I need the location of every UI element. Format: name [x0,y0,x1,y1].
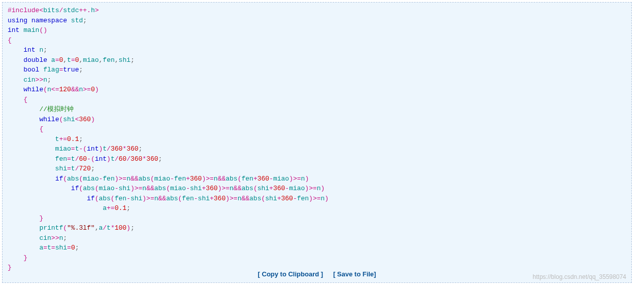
t: ) [126,224,131,232]
t: && [241,195,249,202]
copy-to-clipboard-link[interactable]: [ Copy to Clipboard ] [258,270,324,278]
t: 360 [206,185,217,192]
t: fen [297,195,309,202]
t: * [122,145,126,153]
t [8,96,23,103]
t: t [8,135,59,143]
t: t [47,244,51,252]
t: && [234,185,242,192]
t [27,17,31,24]
t: ; [79,135,83,143]
save-to-file-link[interactable]: [ Save to File] [333,270,376,278]
t: ; [139,145,143,153]
t: { [8,37,12,44]
t: >= [83,86,91,93]
t: #include [8,7,39,14]
t: && [158,195,167,202]
t: n [142,185,146,192]
t: ( [63,224,67,232]
t: 0 [71,244,75,252]
watermark-text: https://blog.csdn.net/qq_35598074 [533,273,626,280]
t: + [253,175,257,183]
t: ; [79,66,83,74]
t: int [8,26,19,34]
t: n [36,46,44,54]
t: 60 [79,155,87,163]
t [8,185,71,192]
t: 360 [214,195,226,202]
t: -( [79,145,87,153]
t [8,195,87,202]
t [8,86,23,93]
t: - [194,195,198,202]
t: abs [67,175,79,183]
t [8,66,23,74]
t: shi [265,195,277,202]
t: int [23,46,35,54]
t: abs [139,175,150,183]
t: main [19,26,39,34]
t: std [67,17,83,24]
t: 360 [126,145,138,153]
t [8,116,39,123]
t: double [23,56,47,64]
t: fen [8,155,67,163]
t: n [214,175,218,183]
t: miao [83,175,99,183]
t: = [43,244,47,252]
t: if [71,185,79,192]
t: miao [154,175,170,183]
t: ; [91,165,95,172]
t: shi [190,185,202,192]
t: += [107,204,115,212]
t: miao [83,56,99,64]
t: * [111,224,115,232]
code-block: #include<bits/stdc++.h> using namespace … [3,3,631,276]
t: shi [8,165,67,172]
t: ; [126,204,131,212]
t: - [269,175,273,183]
t: () [39,26,47,34]
t: >= [221,185,230,192]
t: } [23,254,27,262]
t: t [103,145,107,153]
t: "%.3lf" [67,224,95,232]
t: fen [241,175,253,183]
t: 0 [75,56,79,64]
t: > [95,7,99,14]
t: cin [8,234,51,242]
t: shi [131,195,142,202]
t: fen [182,195,194,202]
t: 360 [273,185,285,192]
t [8,105,39,113]
t: / [107,145,111,153]
t: , [115,56,119,64]
t: 360 [257,175,269,183]
t: ( [43,86,47,93]
t: - [293,195,297,202]
t: = [67,244,71,252]
t: fen [103,175,114,183]
t: shi [119,185,131,192]
t: ) [305,185,309,192]
t: ) [309,195,313,202]
t: ) [325,195,329,202]
t: flag [39,66,59,74]
t [8,125,39,133]
t: ( [63,175,67,183]
t: 720 [79,165,90,172]
t: + [269,185,273,192]
t: && [146,185,154,192]
t: miao [99,185,114,192]
t: abs [99,195,110,202]
t: && [71,86,79,93]
t: n [43,76,47,84]
t: 360 [111,145,122,153]
t: / [115,155,119,163]
t [8,254,23,262]
t: stdc [63,7,79,14]
t: ; [47,76,51,84]
t: >= [146,195,154,202]
t: int [87,145,99,153]
t: ; [63,234,67,242]
